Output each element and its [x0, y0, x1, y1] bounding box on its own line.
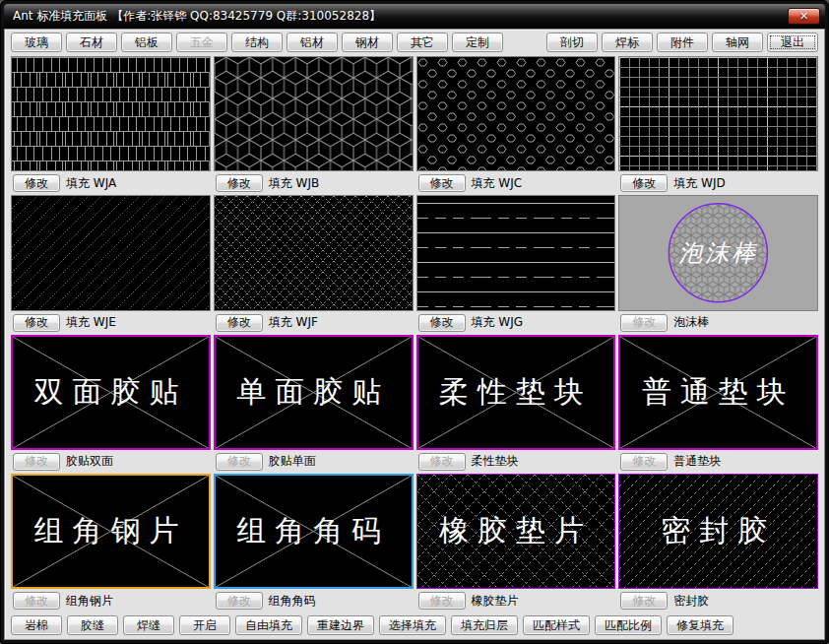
caption-bar-rubber-gasket: 修改 橡胶垫片	[416, 590, 616, 612]
tab-stone[interactable]: 石材	[66, 32, 117, 52]
weld-seam-button[interactable]: 焊缝	[123, 615, 174, 635]
tile-caption: 填充 WJD	[673, 175, 725, 192]
pattern-tile-wjd[interactable]	[618, 56, 818, 171]
pattern-grid: 修改 填充 WJA 修改 填充 WJB 修改 填充 WJC 修改 填充 WJD	[5, 55, 824, 612]
tile-caption: 橡胶垫片	[472, 593, 519, 610]
bottom-toolbar: 岩棉 胶缝 焊缝 开启 自由填充 重建边界 选择填充 填充归层 匹配样式 匹配比…	[5, 612, 824, 639]
modify-button[interactable]: 修改	[13, 314, 60, 332]
x-box-preview	[13, 476, 209, 587]
tile-caption: 胶贴单面	[269, 453, 316, 470]
pattern-tile-corner-steel-sheet[interactable]: 组角钢片	[11, 474, 211, 589]
x-box-preview	[620, 337, 816, 448]
pattern-tile-double-sided-tape[interactable]: 双面胶贴	[11, 335, 211, 450]
caption-bar-wja: 修改 填充 WJA	[11, 172, 211, 194]
pattern-tile-wjc[interactable]	[416, 56, 616, 171]
section-cut-button[interactable]: 剖切	[546, 32, 598, 52]
caption-bar-double-sided-tape: 修改 胶贴双面	[11, 451, 211, 473]
open-button[interactable]: 开启	[179, 615, 230, 635]
modify-button[interactable]: 修改	[216, 174, 263, 192]
modify-button: 修改	[620, 592, 668, 610]
modify-button[interactable]: 修改	[620, 174, 668, 192]
caption-bar-wjf: 修改 填充 WJF	[214, 312, 414, 334]
tab-aluminum-profile[interactable]: 铝材	[287, 32, 338, 52]
brick-pattern-preview	[12, 57, 210, 170]
x-box-preview	[216, 337, 412, 448]
match-style-button[interactable]: 匹配样式	[523, 615, 590, 635]
repair-fill-button[interactable]: 修复填充	[667, 615, 733, 635]
tile-caption: 组角角码	[269, 593, 316, 610]
diagonal-preview	[619, 475, 817, 588]
glue-seam-button[interactable]: 胶缝	[67, 615, 118, 635]
caption-bar-wje: 修改 填充 WJE	[11, 312, 211, 334]
dotted-diagonal-pattern-preview	[12, 196, 210, 309]
title-bar: Ant 标准填充面板 【作者:张铎铧 QQ:83425779 Q群:310052…	[4, 4, 825, 29]
pattern-tile-rubber-gasket[interactable]: 橡胶垫片	[416, 474, 616, 589]
foam-rod-preview	[619, 196, 817, 309]
attachment-button[interactable]: 附件	[657, 32, 708, 52]
pattern-tile-foam-rod[interactable]: 泡沫棒	[618, 195, 818, 310]
x-box-preview	[216, 476, 412, 587]
diamond-net-pattern-preview	[215, 196, 413, 309]
caption-bar-foam-rod: 修改 泡沫棒	[618, 312, 818, 334]
modify-button: 修改	[216, 592, 263, 610]
pattern-tile-wja[interactable]	[11, 56, 211, 171]
crosshatch-preview	[417, 475, 615, 588]
modify-button[interactable]: 修改	[13, 174, 60, 192]
select-fill-button[interactable]: 选择填充	[379, 615, 446, 635]
top-toolbar: 玻璃 石材 铝板 五金 结构 铝材 钢材 其它 定制 剖切 焊标 附件 轴网 退…	[5, 30, 824, 55]
tile-caption: 泡沫棒	[673, 314, 709, 331]
fill-to-layer-button[interactable]: 填充归层	[451, 615, 518, 635]
pattern-tile-wjg[interactable]	[416, 195, 616, 310]
pattern-tile-corner-bracket[interactable]: 组角角码	[214, 474, 414, 589]
pattern-tile-sealant[interactable]: 密封胶	[618, 474, 818, 589]
caption-bar-single-sided-tape: 修改 胶贴单面	[214, 451, 414, 473]
client-area: 玻璃 石材 铝板 五金 结构 铝材 钢材 其它 定制 剖切 焊标 附件 轴网 退…	[4, 29, 825, 640]
modify-button[interactable]: 修改	[418, 314, 466, 332]
caption-bar-wjc: 修改 填充 WJC	[416, 172, 616, 194]
pattern-tile-flexible-pad[interactable]: 柔性垫块	[416, 335, 616, 450]
caption-bar-wjb: 修改 填充 WJB	[214, 172, 414, 194]
dashed-hlines-pattern-preview	[417, 196, 615, 309]
match-scale-button[interactable]: 匹配比例	[595, 615, 662, 635]
close-button[interactable]: ✕	[788, 8, 820, 25]
tile-caption: 填充 WJE	[66, 314, 116, 331]
tile-caption: 组角钢片	[66, 593, 113, 610]
close-icon: ✕	[799, 10, 808, 23]
pattern-tile-wjb[interactable]	[214, 56, 414, 171]
tile-caption: 填充 WJC	[472, 175, 523, 192]
weld-mark-button[interactable]: 焊标	[602, 32, 653, 52]
tab-aluminum-panel[interactable]: 铝板	[121, 32, 172, 52]
modify-button: 修改	[418, 592, 466, 610]
tile-caption: 密封胶	[673, 593, 709, 610]
grid-pattern-preview	[619, 57, 817, 170]
pattern-tile-single-sided-tape[interactable]: 单面胶贴	[214, 335, 414, 450]
tab-other[interactable]: 其它	[397, 32, 448, 52]
honeycomb-pattern-preview	[215, 57, 413, 170]
tab-glass[interactable]: 玻璃	[11, 32, 62, 52]
plugin-window: Ant 标准填充面板 【作者:张铎铧 QQ:83425779 Q群:310052…	[0, 0, 829, 644]
tab-custom[interactable]: 定制	[452, 32, 503, 52]
caption-bar-normal-pad: 修改 普通垫块	[618, 451, 818, 473]
tile-caption: 填充 WJG	[472, 314, 524, 331]
axis-grid-button[interactable]: 轴网	[712, 32, 763, 52]
x-box-preview	[418, 337, 614, 448]
x-box-preview	[13, 337, 209, 448]
pattern-tile-normal-pad[interactable]: 普通垫块	[618, 335, 818, 450]
tab-hardware: 五金	[176, 32, 227, 52]
tab-structure[interactable]: 结构	[231, 32, 283, 52]
caption-bar-wjg: 修改 填充 WJG	[416, 312, 616, 334]
pattern-tile-wjf[interactable]	[214, 195, 414, 310]
tile-caption: 柔性垫块	[472, 453, 519, 470]
tile-caption: 填充 WJA	[66, 175, 116, 192]
modify-button[interactable]: 修改	[216, 314, 263, 332]
free-fill-button[interactable]: 自由填充	[235, 615, 302, 635]
exit-button[interactable]: 退出	[767, 32, 818, 52]
tab-steel[interactable]: 钢材	[342, 32, 393, 52]
modify-button[interactable]: 修改	[418, 174, 466, 192]
rock-wool-button[interactable]: 岩棉	[11, 615, 62, 635]
tile-caption: 填充 WJB	[269, 175, 319, 192]
pattern-tile-wje[interactable]	[11, 195, 211, 310]
small-hex-pattern-preview	[417, 57, 615, 170]
caption-bar-corner-steel-sheet: 修改 组角钢片	[11, 590, 211, 612]
rebuild-boundary-button[interactable]: 重建边界	[307, 615, 374, 635]
